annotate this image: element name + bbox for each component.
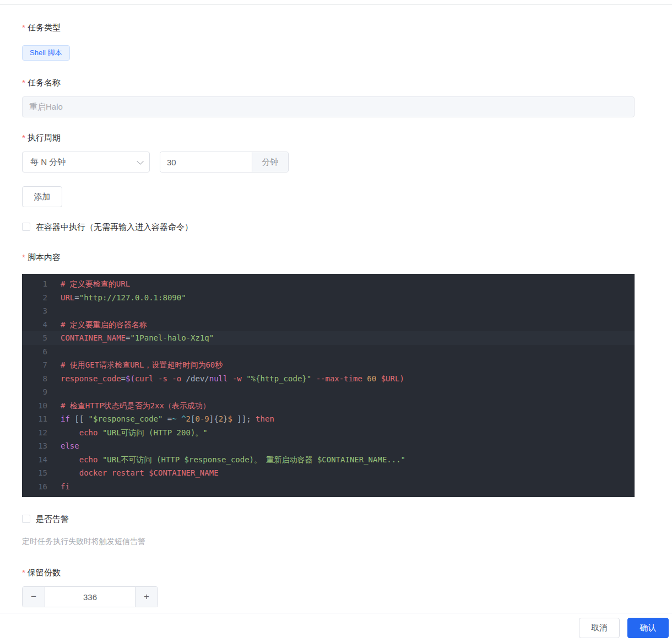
line-number: 6: [22, 345, 47, 359]
confirm-button[interactable]: 确认: [627, 618, 669, 638]
code-line[interactable]: 13else: [22, 439, 635, 453]
cycle-row: 每 N 分钟 分钟: [22, 152, 635, 172]
code-line[interactable]: 12 echo "URL可访问 (HTTP 200)。": [22, 426, 635, 440]
code-line[interactable]: 15 docker restart $CONTAINER_NAME: [22, 466, 635, 480]
task-type-label: 任务类型: [22, 22, 635, 33]
code-line[interactable]: 9: [22, 385, 635, 399]
code-line-text: if [[ "$response_code" =~ ^2[0-9]{2}$ ]]…: [47, 412, 274, 426]
alert-checkbox[interactable]: [22, 515, 30, 523]
code-line[interactable]: 4# 定义要重启的容器名称: [22, 318, 635, 332]
alert-helper-text: 定时任务执行失败时将触发短信告警: [22, 537, 635, 546]
line-number: 11: [22, 412, 47, 426]
in-container-checkbox[interactable]: [22, 223, 30, 231]
code-line[interactable]: 2URL="http://127.0.0.1:8090": [22, 291, 635, 305]
code-line-text: # 检查HTTP状态码是否为2xx（表示成功）: [47, 399, 210, 413]
code-line-text: # 定义要检查的URL: [47, 277, 130, 291]
line-number: 7: [22, 358, 47, 372]
code-line[interactable]: 8response_code=$(curl -s -o /dev/null -w…: [22, 372, 635, 386]
minus-icon: −: [31, 591, 36, 602]
footer: 取消 确认: [0, 613, 672, 638]
code-lines: 1# 定义要检查的URL2URL="http://127.0.0.1:8090"…: [22, 277, 635, 493]
code-line[interactable]: 16fi: [22, 480, 635, 494]
line-number: 5: [22, 331, 47, 345]
retention-label: 保留份数: [22, 567, 635, 578]
alert-checkbox-label: 是否告警: [36, 514, 69, 524]
cycle-label: 执行周期: [22, 132, 635, 143]
drawer-top-divider: [0, 0, 672, 5]
line-number: 3: [22, 304, 47, 318]
code-line-text: # 定义要重启的容器名称: [47, 318, 147, 332]
task-name-input: [22, 96, 635, 117]
cycle-select-value: 每 N 分钟: [30, 157, 66, 168]
line-number: 16: [22, 480, 47, 494]
code-line[interactable]: 7# 使用GET请求检查URL，设置超时时间为60秒: [22, 358, 635, 372]
line-number: 8: [22, 372, 47, 386]
in-container-checkbox-row[interactable]: 在容器中执行（无需再输入进入容器命令）: [22, 222, 635, 231]
code-line[interactable]: 6: [22, 345, 635, 359]
code-line-text: CONTAINER_NAME="1Panel-halo-Xz1q": [47, 331, 214, 345]
plus-icon: +: [144, 591, 149, 602]
code-line-text: else: [47, 439, 79, 453]
code-line-text: URL="http://127.0.0.1:8090": [47, 291, 186, 305]
cycle-unit-suffix: 分钟: [252, 152, 288, 172]
script-content-label: 脚本内容: [22, 252, 635, 263]
line-number: 9: [22, 385, 47, 399]
task-name-label: 任务名称: [22, 77, 635, 88]
cronjob-form: 任务类型 Shell 脚本 任务名称 执行周期 每 N 分钟 分钟 添加 在容器…: [0, 22, 672, 607]
line-number: 4: [22, 318, 47, 332]
code-line-text: # 使用GET请求检查URL，设置超时时间为60秒: [47, 358, 223, 372]
cancel-button[interactable]: 取消: [579, 618, 620, 638]
code-line-text: [47, 385, 65, 399]
add-cycle-button[interactable]: 添加: [22, 186, 62, 207]
line-number: 15: [22, 466, 47, 480]
alert-checkbox-row[interactable]: 是否告警: [22, 514, 635, 524]
cycle-n-group: 分钟: [160, 152, 289, 172]
increase-button[interactable]: +: [135, 587, 158, 607]
retention-input[interactable]: [45, 587, 135, 607]
line-number: 10: [22, 399, 47, 413]
code-line[interactable]: 11if [[ "$response_code" =~ ^2[0-9]{2}$ …: [22, 412, 635, 426]
code-line-text: echo "URL不可访问 (HTTP $response_code)。 重新启…: [47, 453, 405, 467]
retention-stepper: − +: [22, 586, 158, 607]
code-line[interactable]: 1# 定义要检查的URL: [22, 277, 635, 291]
code-line-text: fi: [47, 480, 70, 494]
line-number: 14: [22, 453, 47, 467]
code-line-text: [47, 304, 65, 318]
chevron-down-icon: [137, 158, 144, 165]
code-line[interactable]: 3: [22, 304, 635, 318]
code-line-text: response_code=$(curl -s -o /dev/null -w …: [47, 372, 404, 386]
code-line-text: docker restart $CONTAINER_NAME: [47, 466, 219, 480]
code-line[interactable]: 10# 检查HTTP状态码是否为2xx（表示成功）: [22, 399, 635, 413]
line-number: 12: [22, 426, 47, 440]
code-editor[interactable]: 1# 定义要检查的URL2URL="http://127.0.0.1:8090"…: [22, 274, 635, 497]
code-line-text: [47, 345, 65, 359]
cycle-n-input[interactable]: [160, 152, 252, 172]
in-container-checkbox-label: 在容器中执行（无需再输入进入容器命令）: [36, 222, 193, 231]
line-number: 13: [22, 439, 47, 453]
decrease-button[interactable]: −: [23, 587, 45, 607]
task-type-tag-shell[interactable]: Shell 脚本: [22, 45, 70, 61]
code-line-text: echo "URL可访问 (HTTP 200)。": [47, 426, 208, 440]
code-line[interactable]: 5CONTAINER_NAME="1Panel-halo-Xz1q": [22, 331, 635, 345]
cycle-select[interactable]: 每 N 分钟: [22, 152, 150, 172]
line-number: 2: [22, 291, 47, 305]
line-number: 1: [22, 277, 47, 291]
code-line[interactable]: 14 echo "URL不可访问 (HTTP $response_code)。 …: [22, 453, 635, 467]
